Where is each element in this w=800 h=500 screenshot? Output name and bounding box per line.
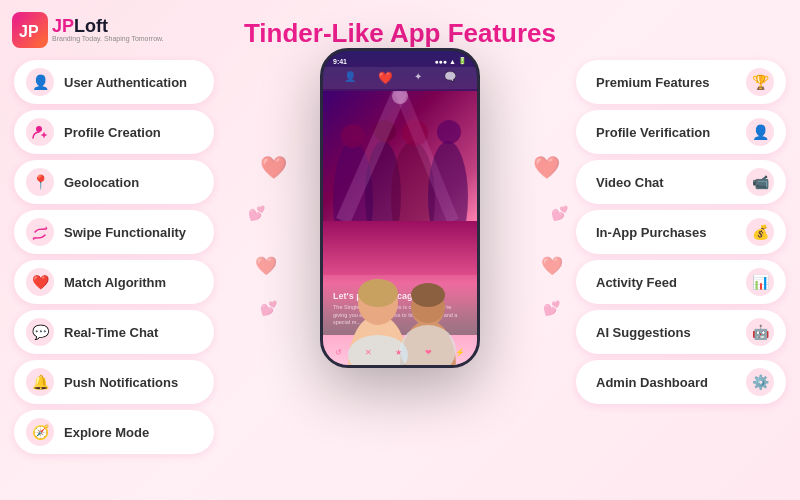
logo: JP JPLoft Branding Today. Shaping Tomorr… <box>12 12 164 48</box>
admin-dash-label: Admin Dashboard <box>596 375 708 390</box>
geolocation-label: Geolocation <box>64 175 139 190</box>
svg-point-24 <box>400 325 456 365</box>
svg-point-23 <box>411 283 445 307</box>
ai-suggest-icon: 🤖 <box>746 318 774 346</box>
heart-deco-5: ❤️ <box>533 155 560 181</box>
premium-icon: 🏆 <box>746 68 774 96</box>
feature-user-auth[interactable]: 👤 User Authentication <box>14 60 214 104</box>
feature-profile-creation[interactable]: Profile Creation <box>14 110 214 154</box>
match-icon: ❤️ <box>26 268 54 296</box>
heart-deco-7: ❤️ <box>541 255 563 277</box>
phone-time: 9:41 <box>333 58 347 65</box>
swipe-label: Swipe Functionality <box>64 225 186 240</box>
feature-match[interactable]: ❤️ Match Algorithm <box>14 260 214 304</box>
phone-nav-bar: 👤 ❤️ ✦ 🗨️ <box>323 67 477 89</box>
feature-profile-verify[interactable]: Profile Verification 👤 <box>576 110 786 154</box>
video-chat-icon: 📹 <box>746 168 774 196</box>
feature-swipe[interactable]: Swipe Functionality <box>14 210 214 254</box>
phone-mockup: 9:41 ●●● ▲ 🔋 👤 ❤️ ✦ 🗨️ <box>320 48 480 368</box>
feature-geolocation[interactable]: 📍 Geolocation <box>14 160 214 204</box>
feature-activity-feed[interactable]: Activity Feed 📊 <box>576 260 786 304</box>
heart-deco-3: ❤️ <box>255 255 277 277</box>
feature-realtime-chat[interactable]: 💬 Real-Time Chat <box>14 310 214 354</box>
match-label: Match Algorithm <box>64 275 166 290</box>
phone-nav-chat: 🗨️ <box>444 71 456 85</box>
activity-feed-label: Activity Feed <box>596 275 677 290</box>
heart-deco-6: 💕 <box>551 205 568 221</box>
phone-party-scene <box>323 91 477 221</box>
feature-premium[interactable]: Premium Features 🏆 <box>576 60 786 104</box>
svg-text:JP: JP <box>19 23 39 40</box>
feature-push-notif[interactable]: 🔔 Push Notifications <box>14 360 214 404</box>
profile-creation-icon <box>26 118 54 146</box>
ai-suggest-label: AI Suggestions <box>596 325 691 340</box>
user-auth-label: User Authentication <box>64 75 187 90</box>
heart-deco-4: 💕 <box>260 300 277 316</box>
heart-deco-2: 💕 <box>248 205 265 221</box>
in-app-label: In-App Purchases <box>596 225 707 240</box>
realtime-chat-label: Real-Time Chat <box>64 325 158 340</box>
heart-deco-8: 💕 <box>543 300 560 316</box>
phone-bottom-nav: ↺ ✕ ★ ❤ ⚡ <box>323 348 477 357</box>
premium-label: Premium Features <box>596 75 709 90</box>
page-title: Tinder-Like App Features <box>244 18 556 49</box>
phone-nav-heart: ❤️ <box>378 71 393 85</box>
activity-feed-icon: 📊 <box>746 268 774 296</box>
profile-verify-label: Profile Verification <box>596 125 710 140</box>
push-notif-icon: 🔔 <box>26 368 54 396</box>
user-auth-icon: 👤 <box>26 68 54 96</box>
feature-explore[interactable]: 🧭 Explore Mode <box>14 410 214 454</box>
in-app-icon: 💰 <box>746 218 774 246</box>
heart-deco-1: ❤️ <box>260 155 287 181</box>
svg-point-2 <box>36 126 42 132</box>
left-features-list: 👤 User Authentication Profile Creation 📍… <box>14 60 214 454</box>
realtime-chat-icon: 💬 <box>26 318 54 346</box>
swipe-icon <box>26 218 54 246</box>
admin-dash-icon: ⚙️ <box>746 368 774 396</box>
svg-point-19 <box>358 279 398 307</box>
brand-name: JPLoft <box>52 17 164 35</box>
feature-in-app[interactable]: In-App Purchases 💰 <box>576 210 786 254</box>
party-svg <box>323 91 477 221</box>
phone-status-icons: ●●● ▲ 🔋 <box>434 57 467 65</box>
phone-screen: 9:41 ●●● ▲ 🔋 👤 ❤️ ✦ 🗨️ <box>323 51 477 365</box>
feature-video-chat[interactable]: Video Chat 📹 <box>576 160 786 204</box>
video-chat-label: Video Chat <box>596 175 664 190</box>
phone-nav-star: ✦ <box>414 71 422 85</box>
brand-tagline: Branding Today. Shaping Tomorrow. <box>52 35 164 43</box>
explore-label: Explore Mode <box>64 425 149 440</box>
profile-creation-label: Profile Creation <box>64 125 161 140</box>
push-notif-label: Push Notifications <box>64 375 178 390</box>
profile-verify-icon: 👤 <box>746 118 774 146</box>
logo-icon: JP <box>12 12 48 48</box>
feature-ai-suggest[interactable]: AI Suggestions 🤖 <box>576 310 786 354</box>
right-features-list: Premium Features 🏆 Profile Verification … <box>576 60 786 404</box>
svg-point-9 <box>341 124 365 148</box>
logo-text: JPLoft Branding Today. Shaping Tomorrow. <box>52 17 164 43</box>
phone-nav-profile: 👤 <box>344 71 356 85</box>
geolocation-icon: 📍 <box>26 168 54 196</box>
svg-point-12 <box>437 120 461 144</box>
explore-icon: 🧭 <box>26 418 54 446</box>
feature-admin-dash[interactable]: Admin Dashboard ⚙️ <box>576 360 786 404</box>
